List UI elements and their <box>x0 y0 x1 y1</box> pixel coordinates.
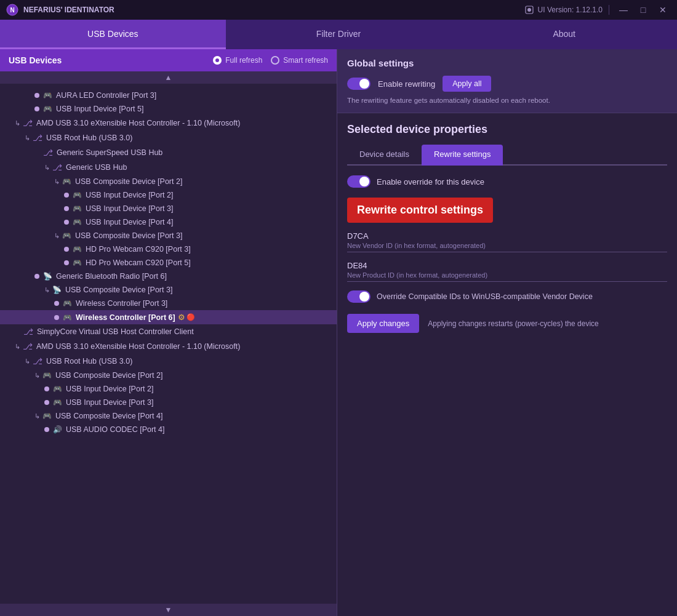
tab-rewrite-settings[interactable]: Rewrite settings <box>422 145 503 166</box>
red-status-icon: 🔴 <box>186 313 195 321</box>
device-properties: Selected device properties Device detail… <box>337 113 677 616</box>
tree-item[interactable]: 🔊USB AUDIO CODEC [Port 4] <box>0 423 337 436</box>
tree-item[interactable]: 🎮HD Pro Webcam C920 [Port 3] <box>0 242 337 256</box>
tree-item[interactable]: ⎇SimplyCore Virtual USB Host Controller … <box>0 324 337 339</box>
properties-tabs: Device details Rewrite settings <box>347 145 667 166</box>
apply-all-button[interactable]: Apply all <box>443 76 491 92</box>
version-icon <box>524 5 534 15</box>
scroll-down-arrow[interactable]: ▼ <box>0 604 337 616</box>
tree-item[interactable]: ↳⎇Generic USB Hub <box>0 160 337 175</box>
maximize-button[interactable]: □ <box>635 4 651 16</box>
apply-changes-button[interactable]: Apply changes <box>347 314 419 333</box>
tree-item[interactable]: ↳⎇USB Root Hub (USB 3.0) <box>0 354 337 369</box>
tab-about[interactable]: About <box>451 20 677 49</box>
global-settings: Global settings Enable rewriting Apply a… <box>337 49 677 113</box>
left-header: USB Devices Full refresh Smart refresh <box>0 49 337 71</box>
close-button[interactable]: ✕ <box>655 4 671 16</box>
tree-item[interactable]: 🎮Wireless Controller [Port 3] <box>0 297 337 310</box>
tree-item[interactable]: 🎮USB Input Device [Port 2] <box>0 382 337 396</box>
title-bar-left: N NEFARIUS' IDENTINATOR <box>6 4 114 16</box>
tree-item[interactable]: 🎮USB Input Device [Port 3] <box>0 396 337 409</box>
left-panel: USB Devices Full refresh Smart refresh ▲… <box>0 49 337 616</box>
tree-item[interactable]: ↳🎮USB Composite Device [Port 2] <box>0 175 337 188</box>
product-id-group: DE84 New Product ID (in hex format, auto… <box>347 261 667 282</box>
full-refresh-option[interactable]: Full refresh <box>213 56 262 65</box>
apply-changes-row: Apply changes Applying changes restarts … <box>347 314 667 333</box>
device-properties-title: Selected device properties <box>347 123 667 136</box>
enable-rewriting-label: Enable rewriting <box>378 79 435 89</box>
tree-item[interactable]: 🎮Wireless Controller [Port 6]⚙🔴 <box>0 310 337 324</box>
tree-item[interactable]: 📡Generic Bluetooth Radio [Port 6] <box>0 270 337 283</box>
tree-item[interactable]: ↳⎇AMD USB 3.10 eXtensible Host Controlle… <box>0 116 337 130</box>
tree-item[interactable]: ⎇Generic SuperSpeed USB Hub <box>0 145 337 160</box>
rewrite-banner: Rewrite control settings <box>347 198 493 223</box>
scroll-up-arrow[interactable]: ▲ <box>0 71 337 84</box>
tree-item[interactable]: 🎮USB Input Device [Port 4] <box>0 215 337 229</box>
vendor-id-value: D7CA <box>347 231 667 241</box>
app-icon: N <box>6 4 18 16</box>
refresh-options: Full refresh Smart refresh <box>213 56 328 65</box>
product-id-value: DE84 <box>347 261 667 270</box>
tab-usb-devices[interactable]: USB Devices <box>0 20 226 49</box>
enable-override-toggle[interactable] <box>347 175 371 188</box>
tree-item[interactable]: ↳🎮USB Composite Device [Port 2] <box>0 369 337 382</box>
vendor-id-divider <box>347 252 667 252</box>
tab-device-details[interactable]: Device details <box>347 145 422 166</box>
product-id-divider <box>347 281 667 282</box>
main-layout: USB Devices Full refresh Smart refresh ▲… <box>0 49 677 616</box>
override-compat-label: Override Compatible IDs to WinUSB-compat… <box>377 292 593 301</box>
enable-rewriting-row: Enable rewriting Apply all <box>347 76 667 92</box>
tree-item[interactable]: 🎮USB Input Device [Port 3] <box>0 202 337 215</box>
rewriting-note: The rewriting feature gets automatically… <box>347 97 667 104</box>
tree-item[interactable]: 🎮HD Pro Webcam C920 [Port 5] <box>0 256 337 270</box>
svg-point-3 <box>527 8 531 12</box>
global-settings-title: Global settings <box>347 58 667 68</box>
apply-changes-note: Applying changes restarts (power-cycles)… <box>428 319 598 328</box>
left-panel-title: USB Devices <box>9 55 62 65</box>
tab-bar: USB Devices Filter Driver About <box>0 20 677 49</box>
tree-item[interactable]: ↳🎮USB Composite Device [Port 4] <box>0 409 337 423</box>
product-id-label: New Product ID (in hex format, autogener… <box>347 271 667 279</box>
tree-item[interactable]: ↳📡USB Composite Device [Port 3] <box>0 283 337 297</box>
override-compat-row: Override Compatible IDs to WinUSB-compat… <box>347 290 667 303</box>
device-tree[interactable]: 🎮AURA LED Controller [Port 3]🎮USB Input … <box>0 84 337 604</box>
tree-item[interactable]: ↳🎮USB Composite Device [Port 3] <box>0 229 337 242</box>
smart-refresh-radio[interactable] <box>271 56 279 65</box>
tree-item[interactable]: ↳⎇AMD USB 3.10 eXtensible Host Controlle… <box>0 339 337 354</box>
enable-override-label: Enable override for this device <box>377 177 484 186</box>
enable-override-row: Enable override for this device <box>347 175 667 188</box>
app-title: NEFARIUS' IDENTINATOR <box>23 6 114 14</box>
tree-item[interactable]: 🎮USB Input Device [Port 2] <box>0 188 337 202</box>
override-compat-toggle[interactable] <box>347 290 371 303</box>
vendor-id-group: D7CA New Vendor ID (in hex format, autog… <box>347 231 667 252</box>
tree-item[interactable]: ↳⎇USB Root Hub (USB 3.0) <box>0 130 337 145</box>
enable-rewriting-toggle[interactable] <box>347 78 371 90</box>
full-refresh-radio[interactable] <box>213 56 222 65</box>
version-label: UI Version: 1.12.1.0 <box>538 6 603 14</box>
tree-item[interactable]: 🎮AURA LED Controller [Port 3] <box>0 89 337 102</box>
title-bar: N NEFARIUS' IDENTINATOR UI Version: 1.12… <box>0 0 677 20</box>
tree-item[interactable]: 🎮USB Input Device [Port 5] <box>0 102 337 116</box>
tab-filter-driver[interactable]: Filter Driver <box>226 20 452 49</box>
title-bar-right: UI Version: 1.12.1.0 — □ ✕ <box>524 4 671 16</box>
gear-icon: ⚙ <box>178 313 185 322</box>
right-panel: Global settings Enable rewriting Apply a… <box>337 49 677 616</box>
svg-text:N: N <box>10 7 14 14</box>
vendor-id-label: New Vendor ID (in hex format, autogenera… <box>347 242 667 249</box>
minimize-button[interactable]: — <box>615 4 631 16</box>
smart-refresh-option[interactable]: Smart refresh <box>271 56 328 65</box>
